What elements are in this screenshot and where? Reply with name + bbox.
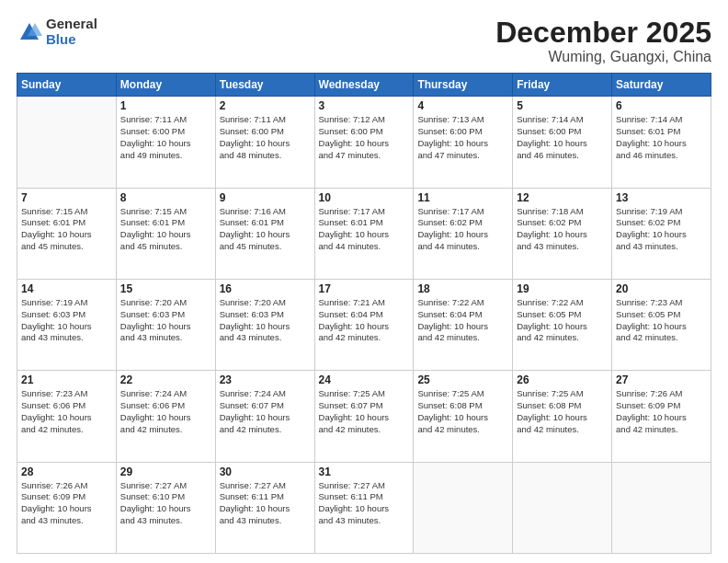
logo-general-label: General	[46, 17, 97, 32]
day-number: 22	[120, 373, 211, 386]
calendar-cell: 25Sunrise: 7:25 AM Sunset: 6:08 PM Dayli…	[414, 371, 513, 462]
day-number: 13	[616, 191, 707, 204]
calendar-cell	[414, 462, 513, 553]
calendar-cell: 16Sunrise: 7:20 AM Sunset: 6:03 PM Dayli…	[215, 279, 314, 370]
day-info: Sunrise: 7:17 AM Sunset: 6:01 PM Dayligh…	[319, 206, 410, 253]
day-number: 7	[21, 191, 112, 204]
day-number: 31	[319, 465, 410, 478]
calendar-cell: 21Sunrise: 7:23 AM Sunset: 6:06 PM Dayli…	[17, 371, 117, 462]
calendar-cell: 28Sunrise: 7:26 AM Sunset: 6:09 PM Dayli…	[17, 462, 117, 553]
calendar-cell: 10Sunrise: 7:17 AM Sunset: 6:01 PM Dayli…	[314, 188, 414, 279]
day-info: Sunrise: 7:26 AM Sunset: 6:09 PM Dayligh…	[21, 480, 112, 527]
calendar-cell: 23Sunrise: 7:24 AM Sunset: 6:07 PM Dayli…	[215, 371, 314, 462]
day-info: Sunrise: 7:15 AM Sunset: 6:01 PM Dayligh…	[120, 206, 211, 253]
calendar-cell: 15Sunrise: 7:20 AM Sunset: 6:03 PM Dayli…	[116, 279, 215, 370]
day-number: 10	[319, 191, 410, 204]
day-info: Sunrise: 7:20 AM Sunset: 6:03 PM Dayligh…	[120, 297, 211, 344]
day-number: 3	[319, 99, 410, 112]
day-info: Sunrise: 7:22 AM Sunset: 6:05 PM Dayligh…	[517, 297, 608, 344]
day-number: 23	[220, 373, 311, 386]
day-info: Sunrise: 7:27 AM Sunset: 6:10 PM Dayligh…	[120, 480, 211, 527]
day-number: 8	[120, 191, 211, 204]
day-info: Sunrise: 7:18 AM Sunset: 6:02 PM Dayligh…	[517, 206, 608, 253]
day-number: 16	[220, 282, 311, 295]
calendar-week-row: 21Sunrise: 7:23 AM Sunset: 6:06 PM Dayli…	[17, 371, 711, 462]
calendar-cell: 3Sunrise: 7:12 AM Sunset: 6:00 PM Daylig…	[314, 97, 414, 188]
day-info: Sunrise: 7:25 AM Sunset: 6:08 PM Dayligh…	[517, 388, 608, 435]
logo-blue-label: Blue	[46, 32, 97, 48]
day-info: Sunrise: 7:15 AM Sunset: 6:01 PM Dayligh…	[21, 206, 112, 253]
day-info: Sunrise: 7:25 AM Sunset: 6:07 PM Dayligh…	[319, 388, 410, 435]
day-info: Sunrise: 7:19 AM Sunset: 6:02 PM Dayligh…	[616, 206, 707, 253]
calendar-cell	[17, 97, 117, 188]
day-number: 2	[220, 99, 311, 112]
day-number: 19	[517, 282, 608, 295]
col-header-saturday: Saturday	[612, 74, 711, 97]
calendar-cell: 17Sunrise: 7:21 AM Sunset: 6:04 PM Dayli…	[314, 279, 414, 370]
calendar-cell	[612, 462, 711, 553]
day-number: 4	[417, 99, 508, 112]
day-info: Sunrise: 7:13 AM Sunset: 6:00 PM Dayligh…	[417, 114, 508, 161]
day-info: Sunrise: 7:14 AM Sunset: 6:00 PM Dayligh…	[517, 114, 608, 161]
calendar-cell: 31Sunrise: 7:27 AM Sunset: 6:11 PM Dayli…	[314, 462, 414, 553]
day-number: 21	[21, 373, 112, 386]
calendar-cell: 22Sunrise: 7:24 AM Sunset: 6:06 PM Dayli…	[116, 371, 215, 462]
day-number: 6	[616, 99, 707, 112]
col-header-wednesday: Wednesday	[314, 74, 414, 97]
day-number: 26	[517, 373, 608, 386]
day-info: Sunrise: 7:23 AM Sunset: 6:06 PM Dayligh…	[21, 388, 112, 435]
day-info: Sunrise: 7:27 AM Sunset: 6:11 PM Dayligh…	[319, 480, 410, 527]
day-info: Sunrise: 7:14 AM Sunset: 6:01 PM Dayligh…	[616, 114, 707, 161]
day-number: 28	[21, 465, 112, 478]
day-info: Sunrise: 7:17 AM Sunset: 6:02 PM Dayligh…	[417, 206, 508, 253]
calendar-cell: 27Sunrise: 7:26 AM Sunset: 6:09 PM Dayli…	[612, 371, 711, 462]
calendar-header-row: SundayMondayTuesdayWednesdayThursdayFrid…	[17, 74, 711, 97]
month-title: December 2025	[495, 17, 711, 49]
calendar-page: General Blue December 2025 Wuming, Guang…	[0, 0, 728, 563]
day-info: Sunrise: 7:11 AM Sunset: 6:00 PM Dayligh…	[120, 114, 211, 161]
calendar-cell: 1Sunrise: 7:11 AM Sunset: 6:00 PM Daylig…	[116, 97, 215, 188]
day-number: 1	[120, 99, 211, 112]
calendar-cell: 19Sunrise: 7:22 AM Sunset: 6:05 PM Dayli…	[513, 279, 612, 370]
logo-icon	[17, 19, 42, 45]
col-header-tuesday: Tuesday	[215, 74, 314, 97]
col-header-thursday: Thursday	[414, 74, 513, 97]
day-info: Sunrise: 7:12 AM Sunset: 6:00 PM Dayligh…	[319, 114, 410, 161]
day-info: Sunrise: 7:16 AM Sunset: 6:01 PM Dayligh…	[220, 206, 311, 253]
col-header-monday: Monday	[116, 74, 215, 97]
calendar-cell: 2Sunrise: 7:11 AM Sunset: 6:00 PM Daylig…	[215, 97, 314, 188]
day-number: 27	[616, 373, 707, 386]
calendar-cell: 30Sunrise: 7:27 AM Sunset: 6:11 PM Dayli…	[215, 462, 314, 553]
col-header-sunday: Sunday	[17, 74, 117, 97]
calendar-week-row: 1Sunrise: 7:11 AM Sunset: 6:00 PM Daylig…	[17, 97, 711, 188]
day-info: Sunrise: 7:20 AM Sunset: 6:03 PM Dayligh…	[220, 297, 311, 344]
calendar-cell: 8Sunrise: 7:15 AM Sunset: 6:01 PM Daylig…	[116, 188, 215, 279]
day-info: Sunrise: 7:24 AM Sunset: 6:07 PM Dayligh…	[220, 388, 311, 435]
day-number: 15	[120, 282, 211, 295]
header: General Blue December 2025 Wuming, Guang…	[17, 17, 711, 65]
calendar-cell: 29Sunrise: 7:27 AM Sunset: 6:10 PM Dayli…	[116, 462, 215, 553]
calendar-table: SundayMondayTuesdayWednesdayThursdayFrid…	[17, 73, 711, 554]
day-info: Sunrise: 7:27 AM Sunset: 6:11 PM Dayligh…	[220, 480, 311, 527]
calendar-cell: 5Sunrise: 7:14 AM Sunset: 6:00 PM Daylig…	[513, 97, 612, 188]
day-info: Sunrise: 7:21 AM Sunset: 6:04 PM Dayligh…	[319, 297, 410, 344]
day-number: 11	[417, 191, 508, 204]
day-info: Sunrise: 7:26 AM Sunset: 6:09 PM Dayligh…	[616, 388, 707, 435]
calendar-cell: 13Sunrise: 7:19 AM Sunset: 6:02 PM Dayli…	[612, 188, 711, 279]
calendar-week-row: 7Sunrise: 7:15 AM Sunset: 6:01 PM Daylig…	[17, 188, 711, 279]
logo: General Blue	[17, 17, 97, 47]
calendar-cell: 11Sunrise: 7:17 AM Sunset: 6:02 PM Dayli…	[414, 188, 513, 279]
day-number: 25	[417, 373, 508, 386]
day-number: 30	[220, 465, 311, 478]
col-header-friday: Friday	[513, 74, 612, 97]
day-number: 17	[319, 282, 410, 295]
logo-text: General Blue	[46, 17, 97, 47]
day-number: 9	[220, 191, 311, 204]
title-block: December 2025 Wuming, Guangxi, China	[495, 17, 711, 65]
day-info: Sunrise: 7:25 AM Sunset: 6:08 PM Dayligh…	[417, 388, 508, 435]
calendar-week-row: 28Sunrise: 7:26 AM Sunset: 6:09 PM Dayli…	[17, 462, 711, 553]
calendar-cell: 14Sunrise: 7:19 AM Sunset: 6:03 PM Dayli…	[17, 279, 117, 370]
day-number: 12	[517, 191, 608, 204]
day-number: 24	[319, 373, 410, 386]
day-info: Sunrise: 7:23 AM Sunset: 6:05 PM Dayligh…	[616, 297, 707, 344]
